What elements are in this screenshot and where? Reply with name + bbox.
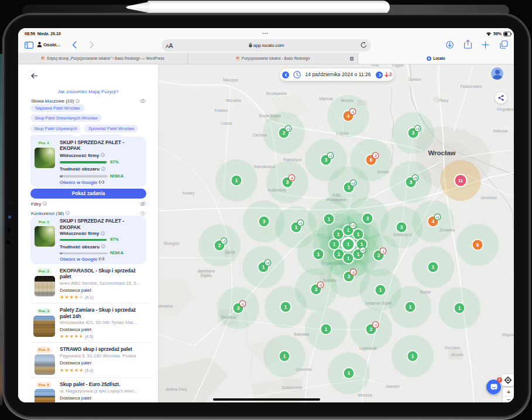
- svg-text:1: 1: [295, 225, 298, 230]
- svg-text:1: 1: [348, 185, 351, 190]
- svg-text:1: 1: [328, 217, 331, 222]
- svg-text:6: 6: [370, 158, 373, 163]
- svg-text:1: 1: [357, 232, 360, 237]
- svg-text:3: 3: [400, 225, 403, 230]
- svg-text:+2: +2: [266, 261, 270, 265]
- svg-text:Szczepanów: Szczepanów: [266, 91, 287, 96]
- svg-text:-1: -1: [382, 250, 385, 253]
- svg-text:-2: -2: [374, 154, 377, 158]
- svg-text:1: 1: [338, 252, 341, 257]
- svg-text:Konary: Konary: [183, 191, 195, 196]
- svg-text:1: 1: [333, 242, 336, 247]
- svg-text:Długołęka: Długołęka: [497, 107, 514, 112]
- svg-text:obodzice: obodzice: [158, 304, 173, 308]
- svg-text:-1: -1: [241, 302, 245, 306]
- svg-text:5: 5: [476, 243, 479, 248]
- svg-text:3: 3: [410, 180, 413, 185]
- svg-text:Wilczków: Wilczków: [226, 98, 242, 103]
- svg-text:Śląska: Śląska: [201, 273, 212, 278]
- svg-text:+5: +5: [413, 176, 417, 180]
- svg-text:2: 2: [218, 243, 221, 248]
- svg-text:1: 1: [284, 305, 287, 310]
- svg-text:3: 3: [412, 131, 415, 136]
- svg-text:Miękinia: Miękinia: [319, 97, 333, 101]
- svg-text:Malczyce: Malczyce: [223, 78, 239, 83]
- svg-text:-2: -2: [290, 176, 293, 180]
- svg-text:4: 4: [347, 114, 350, 119]
- svg-text:3: 3: [348, 274, 351, 279]
- svg-text:Cebice: Cebice: [221, 121, 232, 125]
- svg-text:3: 3: [237, 306, 240, 311]
- svg-text:+1: +1: [351, 224, 355, 227]
- svg-text:Psary: Psary: [439, 98, 449, 103]
- svg-text:+3: +3: [416, 127, 420, 131]
- svg-text:3: 3: [286, 180, 289, 185]
- svg-text:Szczawin: Szczawin: [445, 346, 461, 350]
- svg-text:-2: -2: [319, 284, 322, 287]
- svg-text:+2: +2: [361, 248, 365, 252]
- svg-text:Wrocław: Wrocław: [428, 149, 455, 156]
- svg-text:Niemcza: Niemcza: [358, 393, 372, 397]
- svg-text:Pasikurowice: Pasikurowice: [460, 84, 482, 88]
- svg-text:1: 1: [357, 252, 360, 257]
- svg-text:1: 1: [347, 256, 350, 261]
- svg-text:Zalesice: Zalesice: [386, 384, 400, 388]
- svg-text:3: 3: [325, 158, 328, 163]
- svg-text:1: 1: [325, 327, 328, 332]
- svg-text:Uraz: Uraz: [371, 64, 379, 67]
- svg-text:2: 2: [377, 253, 380, 258]
- svg-text:1: 1: [347, 228, 350, 233]
- svg-text:3: 3: [315, 287, 318, 292]
- svg-text:+1: +1: [328, 154, 332, 158]
- svg-text:1: 1: [411, 354, 414, 359]
- svg-text:Siechnice: Siechnice: [480, 196, 497, 200]
- svg-text:Kiełczów: Kiełczów: [493, 129, 508, 133]
- svg-text:1: 1: [283, 354, 286, 359]
- svg-text:3: 3: [366, 216, 369, 221]
- svg-text:+1: +1: [298, 221, 303, 225]
- svg-text:Kwietno: Kwietno: [215, 108, 228, 112]
- svg-text:+1: +1: [222, 240, 226, 243]
- svg-text:Jaworzyna: Jaworzyna: [197, 269, 215, 274]
- svg-text:2: 2: [283, 131, 286, 136]
- svg-text:-1: -1: [374, 323, 377, 327]
- svg-text:1: 1: [379, 288, 382, 293]
- svg-text:Dzierżoniów: Dzierżoniów: [282, 385, 303, 390]
- svg-text:+1: +1: [286, 127, 290, 131]
- svg-text:11: 11: [458, 178, 463, 183]
- svg-text:Szewce: Szewce: [409, 77, 422, 81]
- svg-text:+1: +1: [435, 216, 440, 219]
- svg-text:Strzelin: Strzelin: [451, 353, 464, 357]
- svg-text:1: 1: [361, 242, 363, 247]
- svg-text:2: 2: [370, 327, 373, 332]
- svg-text:-2: -2: [352, 271, 355, 274]
- svg-text:Wiązów: Wiązów: [502, 333, 514, 337]
- svg-text:1: 1: [348, 371, 351, 376]
- svg-text:1: 1: [347, 242, 350, 247]
- svg-text:-1: -1: [351, 110, 355, 114]
- svg-text:1: 1: [235, 178, 238, 183]
- svg-text:Jedlina Zdrój: Jedlina Zdrój: [166, 387, 187, 392]
- svg-text:1: 1: [409, 305, 412, 310]
- svg-text:+2: +2: [351, 182, 355, 185]
- svg-text:1: 1: [262, 265, 265, 270]
- svg-text:4: 4: [432, 219, 435, 224]
- svg-text:1: 1: [458, 306, 461, 311]
- svg-text:Strzegom: Strzegom: [164, 241, 180, 246]
- svg-text:1: 1: [337, 232, 340, 237]
- svg-text:1: 1: [432, 265, 435, 270]
- svg-text:3: 3: [263, 219, 266, 224]
- svg-text:1: 1: [317, 252, 320, 257]
